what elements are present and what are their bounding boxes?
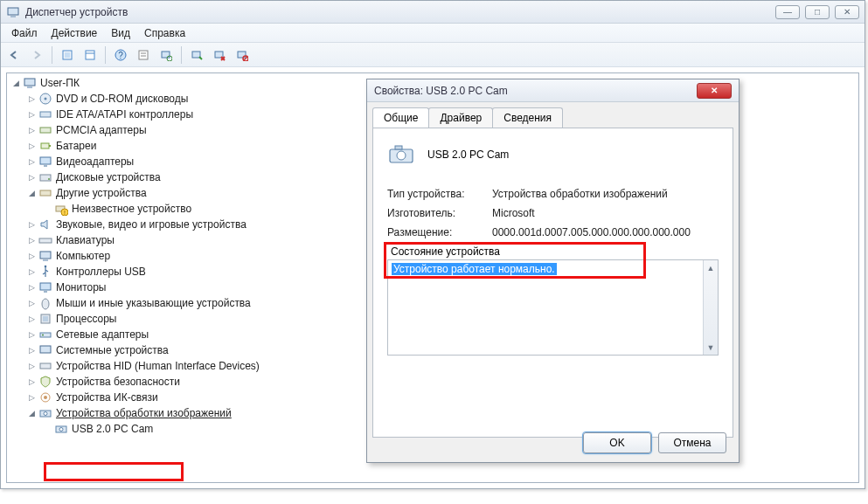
help-button[interactable]: ?	[111, 45, 130, 65]
window-close-button[interactable]: ✕	[835, 5, 859, 19]
svg-rect-11	[162, 52, 170, 58]
expand-icon[interactable]: ▷	[26, 295, 37, 311]
tree-item-label: Устройства HID (Human Interface Devices)	[54, 358, 261, 374]
tree-item[interactable]: ▷Устройства ИК-связи	[10, 390, 360, 405]
tree-item[interactable]: ◢Другие устройства	[10, 185, 360, 201]
expand-icon[interactable]: ▷	[26, 311, 37, 327]
tree-item-label: Сетевые адаптеры	[54, 327, 150, 342]
tree-item-unknown[interactable]: !Неизвестное устройство	[10, 201, 360, 217]
menu-help[interactable]: Справка	[137, 25, 192, 41]
titlebar: Диспетчер устройств — □ ✕	[1, 1, 865, 24]
expand-icon[interactable]: ▷	[26, 342, 37, 358]
properties-button[interactable]	[134, 45, 153, 65]
tree-item[interactable]: ▷Звуковые, видео и игровые устройства	[10, 217, 360, 232]
show-hidden-button[interactable]	[58, 45, 77, 65]
disk-icon	[38, 170, 52, 184]
expand-icon[interactable]: ▷	[26, 327, 37, 342]
tree-item[interactable]: ▷Видеоадаптеры	[10, 154, 360, 169]
expand-icon[interactable]: ▷	[26, 374, 37, 390]
tree-item[interactable]: ▷Процессоры	[10, 311, 360, 327]
ide-icon	[38, 107, 52, 121]
expand-icon[interactable]: ▷	[26, 122, 37, 138]
tree-item[interactable]: ▷Сетевые адаптеры	[10, 327, 360, 342]
maximize-button[interactable]: □	[805, 5, 830, 19]
expand-icon[interactable]: ▷	[26, 169, 37, 185]
tree-item[interactable]: ▷PCMCIA адаптеры	[10, 122, 360, 138]
menu-view[interactable]: Вид	[104, 25, 137, 41]
collapse-icon[interactable]: ◢	[26, 185, 37, 201]
uninstall-button[interactable]	[210, 45, 229, 65]
window-buttons: — □ ✕	[775, 5, 859, 19]
monitor-icon	[38, 280, 52, 294]
tree-item[interactable]: ▷DVD и CD-ROM дисководы	[10, 91, 360, 107]
scrollbar[interactable]: ▲ ▼	[703, 260, 718, 355]
tab-details[interactable]: Сведения	[492, 107, 563, 128]
menu-action[interactable]: Действие	[45, 25, 105, 41]
svg-rect-45	[40, 333, 51, 337]
tree-item[interactable]: ▷Устройства HID (Human Interface Devices…	[10, 358, 360, 374]
tree-item-label: IDE ATA/ATAPI контроллеры	[54, 107, 195, 122]
tree-item-label: Компьютер	[54, 248, 112, 264]
tree-item[interactable]: ▷IDE ATA/ATAPI контроллеры	[10, 107, 360, 122]
svg-rect-29	[44, 165, 47, 167]
type-label: Тип устройства:	[387, 188, 492, 200]
device-name: USB 2.0 PC Cam	[427, 148, 509, 161]
forward-button[interactable]	[27, 45, 46, 65]
computer-icon	[23, 76, 37, 90]
tree-item[interactable]: ▷Батареи	[10, 138, 360, 154]
tree-item-imaging[interactable]: ◢Устройства обработки изображений	[10, 405, 360, 421]
tree-root[interactable]: ◢ User-ПК	[10, 75, 360, 91]
expand-icon[interactable]: ▷	[26, 91, 37, 107]
disc-icon	[38, 92, 52, 106]
tree-item[interactable]: ▷Дисковые устройства	[10, 169, 360, 185]
scroll-up-icon[interactable]: ▲	[704, 260, 718, 275]
tree-item[interactable]: ▷Клавиатуры	[10, 232, 360, 248]
tree-item[interactable]: ▷Мониторы	[10, 280, 360, 295]
tree-item[interactable]: ▷Компьютер	[10, 248, 360, 264]
menu-file[interactable]: Файл	[4, 25, 45, 41]
svg-rect-41	[44, 291, 47, 293]
tree-item-label: Неизвестное устройство	[70, 201, 193, 217]
collapse-icon[interactable]: ◢	[10, 75, 21, 91]
keyboard-icon	[38, 233, 52, 247]
status-group: Состояние устройства Устройство работает…	[387, 245, 719, 356]
back-button[interactable]	[4, 45, 24, 65]
collapse-icon[interactable]: ◢	[26, 405, 37, 421]
expand-icon[interactable]: ▷	[26, 107, 37, 122]
svg-point-52	[44, 412, 47, 416]
dialog-close-button[interactable]: ✕	[697, 83, 732, 99]
expand-icon[interactable]: ▷	[26, 358, 37, 374]
expand-icon[interactable]: ▷	[26, 217, 37, 232]
system-icon	[38, 343, 52, 357]
update-driver-button[interactable]	[187, 45, 206, 65]
expand-icon[interactable]: ▷	[26, 232, 37, 248]
view-button[interactable]	[80, 45, 100, 65]
tree-item[interactable]: ▷Мыши и иные указывающие устройства	[10, 295, 360, 311]
tree-item-camera[interactable]: USB 2.0 PC Cam	[10, 421, 360, 437]
disable-button[interactable]	[233, 45, 252, 65]
cancel-button[interactable]: Отмена	[658, 432, 726, 453]
expand-icon[interactable]: ▷	[26, 390, 37, 405]
tab-general[interactable]: Общие	[372, 107, 429, 128]
highlight-camera	[44, 462, 184, 481]
scroll-down-icon[interactable]: ▼	[704, 340, 718, 355]
svg-rect-26	[41, 143, 49, 148]
toolbar: ?	[1, 43, 865, 67]
tree-item[interactable]: ▷Контроллеры USB	[10, 264, 360, 280]
ok-button[interactable]: OK	[583, 432, 651, 453]
status-textbox[interactable]: Устройство работает нормально. ▲ ▼	[387, 259, 719, 356]
battery-icon	[38, 139, 52, 153]
expand-icon[interactable]: ▷	[26, 280, 37, 295]
scan-button[interactable]	[156, 45, 176, 65]
svg-rect-0	[8, 8, 18, 15]
tree-item[interactable]: ▷Устройства безопасности	[10, 374, 360, 390]
expand-icon[interactable]: ▷	[26, 264, 37, 280]
tree-item[interactable]: ▷Системные устройства	[10, 342, 360, 358]
expand-icon[interactable]: ▷	[26, 154, 37, 169]
tab-driver[interactable]: Драйвер	[428, 107, 493, 128]
minimize-button[interactable]: —	[775, 5, 800, 19]
expand-icon[interactable]: ▷	[26, 138, 37, 154]
expand-icon[interactable]: ▷	[26, 248, 37, 264]
svg-rect-36	[39, 238, 52, 243]
device-tree[interactable]: ◢ User-ПК ▷DVD и CD-ROM дисководы ▷IDE A…	[10, 75, 360, 437]
